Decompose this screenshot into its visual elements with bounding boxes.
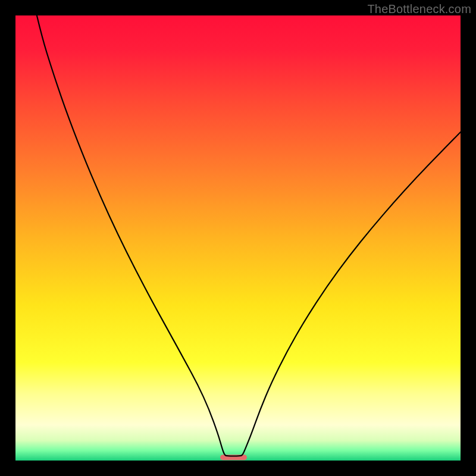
chart-frame (15, 15, 461, 461)
watermark-text: TheBottleneck.com (367, 2, 471, 16)
bottleneck-chart (15, 15, 461, 461)
gradient-background (15, 15, 461, 461)
